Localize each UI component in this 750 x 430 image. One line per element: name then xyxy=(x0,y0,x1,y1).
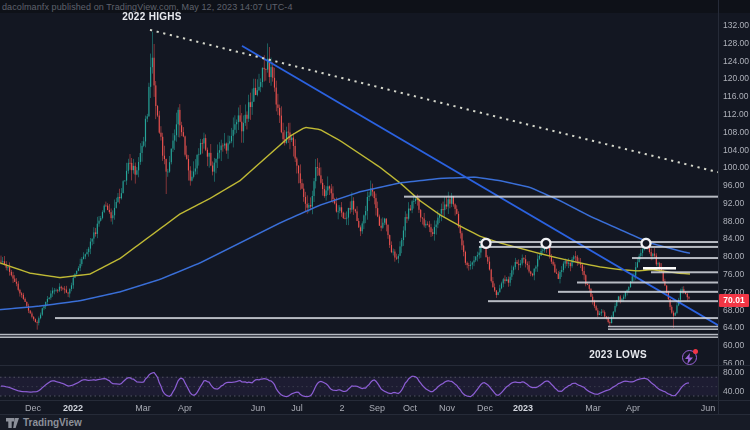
tradingview-link[interactable]: TradingView xyxy=(6,417,82,428)
time-axis[interactable]: Dec2022MarAprJunJul2SepOctNovDec2023MarA… xyxy=(0,401,718,414)
price-tick-label: 128.00 xyxy=(723,38,749,48)
price-tick-label: 84.00 xyxy=(723,233,744,243)
price-tick-label: 96.00 xyxy=(723,180,744,190)
price-tick-label: 108.00 xyxy=(723,127,749,137)
time-tick-label: Oct xyxy=(392,403,428,413)
flash-icon[interactable] xyxy=(682,350,697,365)
time-tick-label: Dec xyxy=(467,403,503,413)
price-tick-label: 60.00 xyxy=(723,340,744,350)
price-tick-label: 124.00 xyxy=(723,56,749,66)
pane-separator[interactable] xyxy=(0,365,750,366)
price-axis[interactable]: 132.00128.00124.00120.00116.00112.00108.… xyxy=(718,0,750,400)
axis-separator xyxy=(718,0,719,414)
time-tick-label: 2022 xyxy=(55,403,91,413)
time-tick-label: Jun xyxy=(690,403,726,413)
time-tick-label: Jul xyxy=(279,403,315,413)
indicator-tick-label: 80.00 xyxy=(723,367,744,377)
time-tick-label: Nov xyxy=(429,403,465,413)
time-tick-label: 2023 xyxy=(505,403,541,413)
time-tick-label: Mar xyxy=(125,403,161,413)
time-tick-label: Sep xyxy=(359,403,395,413)
tradingview-brand-text: TradingView xyxy=(23,417,82,428)
time-axis-separator xyxy=(0,400,750,401)
time-tick-label: 2 xyxy=(324,403,360,413)
bottom-watermark-bar: TradingView xyxy=(0,414,750,430)
price-tick-label: 80.00 xyxy=(723,251,744,261)
time-tick-label: Dec xyxy=(15,403,51,413)
price-tick-label: 88.00 xyxy=(723,216,744,226)
price-tick-label: 116.00 xyxy=(723,91,748,101)
price-tick-label: 76.00 xyxy=(723,269,744,279)
notification-dot xyxy=(693,349,698,354)
lows-annotation-label: 2023 LOWS xyxy=(589,349,647,360)
highs-annotation-label: 2022 HIGHS xyxy=(122,11,182,22)
indicator-tick-label: 40.00 xyxy=(723,386,744,396)
time-tick-label: Apr xyxy=(615,403,651,413)
price-tick-label: 112.00 xyxy=(723,109,748,119)
tradingview-logo-icon xyxy=(6,418,19,428)
time-tick-label: Jun xyxy=(240,403,276,413)
price-tick-label: 132.00 xyxy=(723,20,749,30)
price-tick-label: 64.00 xyxy=(723,322,744,332)
price-tick-label: 104.00 xyxy=(723,145,749,155)
time-tick-label: Apr xyxy=(167,403,203,413)
price-tick-label: 92.00 xyxy=(723,198,744,208)
price-tick-label: 120.00 xyxy=(723,73,749,83)
time-tick-label: Mar xyxy=(575,403,611,413)
last-price-tag: 70.01 xyxy=(719,294,749,307)
lightning-glyph xyxy=(685,353,693,364)
price-tick-label: 100.00 xyxy=(723,162,749,172)
tradingview-published-chart: dacolmanfx published on TradingView.com,… xyxy=(0,0,750,430)
